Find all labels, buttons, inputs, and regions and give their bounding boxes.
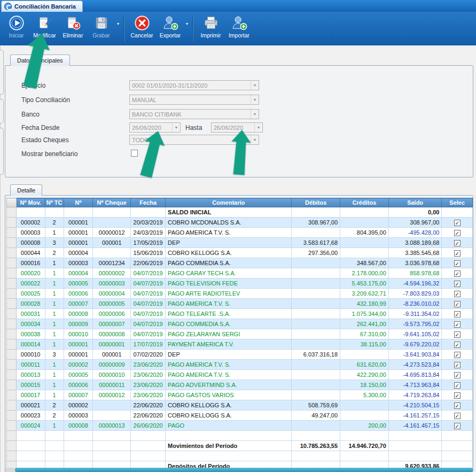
mostrar-beneficiario-checkbox[interactable]: [131, 150, 138, 157]
row-header-cell[interactable]: [7, 339, 17, 350]
toolbar-button-eliminar[interactable]: Eliminar: [59, 14, 87, 38]
row-select-checkbox[interactable]: ✓: [454, 413, 461, 419]
column-header-coment[interactable]: Comentario: [166, 198, 292, 207]
row-select-checkbox[interactable]: ✓: [454, 362, 461, 368]
row-select-checkbox[interactable]: ✓: [454, 291, 461, 297]
column-header-cred[interactable]: Créditos: [340, 198, 389, 207]
toolbar-button-imprimir[interactable]: Imprimir: [197, 14, 225, 38]
cell-n: [64, 431, 93, 441]
row-header-cell[interactable]: [7, 370, 17, 380]
tipo-conciliacion-select[interactable]: MANUAL ▼: [129, 95, 259, 105]
row-select-checkbox[interactable]: ✓: [454, 382, 461, 389]
cell-fecha: 15/06/2019: [131, 248, 166, 258]
cell-tc: 1: [45, 309, 64, 319]
cell-saldo: -9.679.220,02: [388, 339, 442, 350]
row-select-checkbox[interactable]: ✓: [454, 321, 461, 328]
row-header-cell[interactable]: [7, 400, 17, 411]
chevron-down-icon: ▼: [254, 123, 262, 132]
tab-detalle[interactable]: Detalle: [10, 184, 42, 196]
scrollbar-corner: [5, 468, 14, 472]
cell-saldo: -7.803.829,03: [388, 289, 442, 299]
table-row: 00003810000100000000804/07/2019PAGO ZELA…: [7, 329, 473, 339]
toolbar-button-exportar[interactable]: Exportar: [156, 14, 184, 38]
row-header-cell[interactable]: [7, 380, 17, 390]
ejercicio-select[interactable]: 0002 01/01/2020-31/12/2020 ▼: [129, 80, 259, 90]
row-header-cell[interactable]: [7, 421, 17, 431]
row-header-cell[interactable]: [7, 268, 17, 278]
collapsed-side-panel[interactable]: [0, 50, 4, 95]
row-header-cell[interactable]: [7, 431, 17, 441]
column-header-n[interactable]: Nº: [64, 198, 93, 207]
row-select-checkbox[interactable]: ✓: [454, 240, 461, 246]
row-select-checkbox[interactable]: ✓: [454, 281, 461, 287]
cell-cheque: 00000010: [93, 370, 131, 380]
cell-mov: 000003: [16, 228, 45, 238]
row-header-cell[interactable]: [7, 218, 17, 228]
row-header-cell[interactable]: [7, 411, 17, 421]
toolbar-button-importar[interactable]: Importar: [225, 14, 253, 38]
row-select-checkbox[interactable]: ✓: [454, 342, 461, 348]
cell-cred: [340, 218, 389, 228]
column-header-fecha[interactable]: Fecha: [131, 198, 166, 207]
row-select-checkbox[interactable]: ✓: [454, 392, 461, 399]
column-header-deb[interactable]: Débitos: [292, 198, 340, 207]
row-header-cell[interactable]: [7, 360, 17, 370]
chevron-down-icon[interactable]: ▾: [115, 21, 121, 26]
banco-select[interactable]: BANCO CITIBANK ▼: [129, 109, 259, 119]
row-header-cell[interactable]: [7, 248, 17, 258]
row-select-checkbox[interactable]: ✓: [454, 270, 461, 277]
row-header-cell[interactable]: [7, 258, 17, 268]
table-row: 000008300000100000117/05/2019DEP3.583.61…: [7, 238, 473, 248]
row-header-cell[interactable]: [7, 207, 17, 218]
cell-fecha: 23/06/2020: [131, 390, 166, 400]
cell-tc: [45, 207, 64, 218]
cell-n: 000001: [64, 238, 93, 248]
row-select-checkbox[interactable]: ✓: [454, 301, 461, 307]
hasta-label: Hasta: [185, 124, 202, 131]
row-header-cell[interactable]: [7, 289, 17, 299]
row-select-checkbox[interactable]: ✓: [454, 260, 461, 267]
row-select-checkbox[interactable]: ✓: [454, 311, 461, 318]
row-select-checkbox[interactable]: ✓: [454, 423, 461, 429]
row-header-cell[interactable]: [7, 238, 17, 248]
row-select-checkbox[interactable]: ✓: [454, 372, 461, 378]
cell-deb: [292, 390, 340, 400]
cell-saldo: -4.161.457,15: [388, 421, 442, 431]
row-header-cell[interactable]: [7, 441, 17, 451]
toolbar-button-iniciar[interactable]: Iniciar: [2, 14, 30, 38]
toolbar-button-grabar[interactable]: Grabar: [87, 14, 115, 38]
row-header-cell[interactable]: [7, 278, 17, 289]
cell-tc: 1: [45, 319, 64, 329]
collapsed-side-panel[interactable]: [0, 99, 4, 123]
row-header-cell[interactable]: [7, 228, 17, 238]
row-select-checkbox[interactable]: ✓: [454, 331, 461, 338]
cell-tc: [45, 441, 64, 451]
row-header-cell[interactable]: [7, 390, 17, 400]
row-header-cell[interactable]: [7, 451, 17, 461]
column-header-selec[interactable]: Selec: [442, 198, 473, 207]
column-header-mov[interactable]: Nº Mov.: [16, 198, 45, 207]
row-header-cell[interactable]: [7, 309, 17, 319]
row-header-cell[interactable]: [7, 350, 17, 360]
column-header-saldo[interactable]: Saldo: [388, 198, 442, 207]
cell-fecha: 04/07/2019: [131, 309, 166, 319]
chevron-down-icon[interactable]: ▾: [184, 21, 190, 26]
collapsed-side-panel[interactable]: [0, 128, 4, 175]
row-select-checkbox[interactable]: ✓: [454, 220, 461, 226]
cell-deb: 3.583.617,68: [292, 238, 340, 248]
window-title-tab[interactable]: Conciliación Bancaria: [1, 1, 83, 12]
row-header-cell[interactable]: [7, 319, 17, 329]
cell-n: 000008: [64, 421, 93, 431]
row-select-checkbox[interactable]: ✓: [454, 230, 461, 236]
table-row: [7, 451, 473, 461]
row-header-cell[interactable]: [7, 329, 17, 339]
row-select-checkbox[interactable]: ✓: [454, 352, 461, 358]
row-select-checkbox[interactable]: ✓: [454, 250, 461, 257]
cell-selec: ✓: [442, 421, 473, 431]
row-header-cell[interactable]: [7, 299, 17, 309]
horizontal-scrollbar-thumb[interactable]: [15, 468, 473, 472]
row-select-checkbox[interactable]: ✓: [454, 403, 461, 409]
column-header-tc[interactable]: Nº TC: [45, 198, 64, 207]
toolbar-button-cancelar[interactable]: Cancelar: [128, 14, 156, 38]
column-header-cheque[interactable]: Nº Cheque: [93, 198, 131, 207]
